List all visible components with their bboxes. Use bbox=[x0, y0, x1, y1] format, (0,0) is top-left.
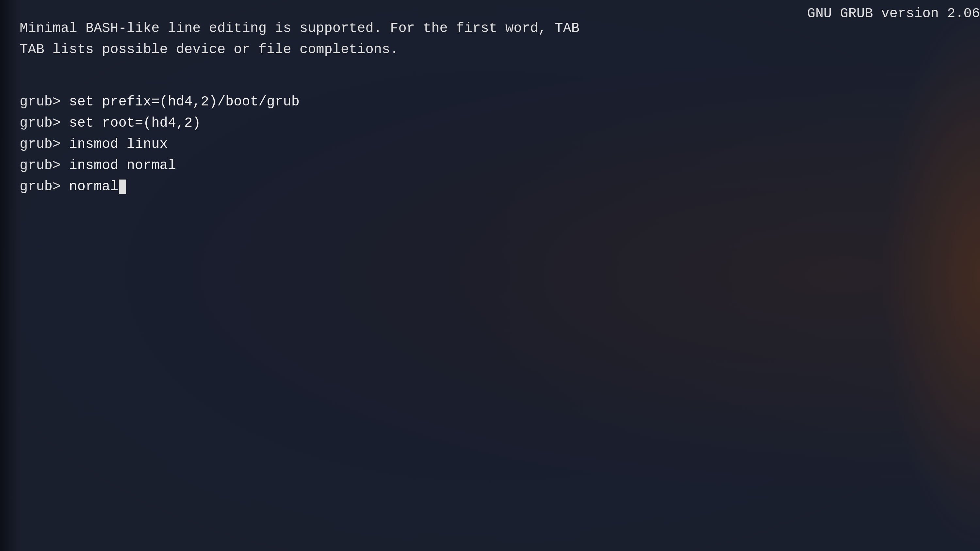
command-line-1: grub> set prefix=(hd4,2)/boot/grub bbox=[20, 91, 299, 113]
command-line-3: grub> insmod linux bbox=[20, 134, 299, 155]
command-line-5[interactable]: grub> normal bbox=[20, 176, 299, 197]
prompt-1: grub> bbox=[20, 94, 61, 110]
cmd-2: set root=(hd4,2) bbox=[61, 115, 200, 131]
prompt-5: grub> bbox=[20, 179, 61, 195]
cmd-1: set prefix=(hd4,2)/boot/grub bbox=[61, 94, 299, 110]
command-line-4: grub> insmod normal bbox=[20, 155, 299, 176]
cmd-4: insmod normal bbox=[61, 158, 176, 173]
help-line-2: TAB lists possible device or file comple… bbox=[20, 39, 579, 60]
help-text-block: Minimal BASH-like line editing is suppor… bbox=[20, 18, 579, 60]
cmd-5: normal bbox=[61, 179, 118, 195]
grub-terminal-screen: GNU GRUB version 2.06 Minimal BASH-like … bbox=[0, 0, 980, 551]
terminal-cursor bbox=[119, 179, 126, 194]
background-gradient bbox=[0, 0, 980, 551]
prompt-2: grub> bbox=[20, 115, 61, 131]
commands-area: grub> set prefix=(hd4,2)/boot/grub grub>… bbox=[20, 91, 299, 197]
grub-version: GNU GRUB version 2.06 bbox=[807, 6, 980, 22]
help-line-1: Minimal BASH-like line editing is suppor… bbox=[20, 18, 579, 39]
cmd-3: insmod linux bbox=[61, 137, 168, 152]
command-line-2: grub> set root=(hd4,2) bbox=[20, 113, 299, 134]
prompt-3: grub> bbox=[20, 137, 61, 152]
prompt-4: grub> bbox=[20, 158, 61, 173]
